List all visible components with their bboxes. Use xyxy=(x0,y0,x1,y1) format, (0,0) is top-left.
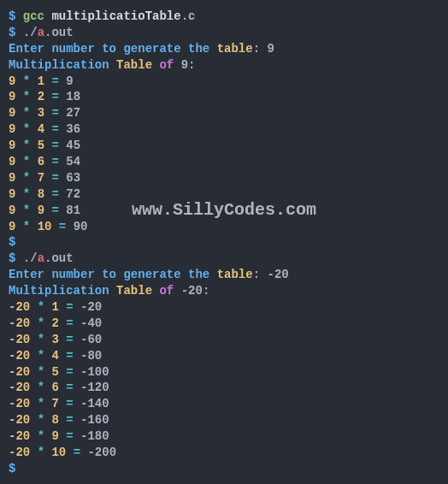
compile-line: $ gcc multiplicatioTable.c xyxy=(9,9,439,25)
run-line-1: $ ./a.out xyxy=(9,25,439,41)
table-row: -20 * 10 = -200 xyxy=(9,445,439,461)
result: -160 xyxy=(80,413,109,427)
operand-b: 5 xyxy=(51,365,58,379)
eq-op: = xyxy=(66,316,73,330)
result: 54 xyxy=(66,155,80,168)
operand-a: -20 xyxy=(9,316,30,330)
eq-op: = xyxy=(66,365,73,379)
table-row: -20 * 9 = -180 xyxy=(9,428,439,445)
eq-op: = xyxy=(59,220,66,233)
operand-b: 6 xyxy=(38,155,44,168)
eq-op: = xyxy=(66,381,73,394)
operand-b: 10 xyxy=(38,220,52,233)
result: 63 xyxy=(66,171,80,185)
input-value: -20 xyxy=(267,268,288,281)
operand-a: 9 xyxy=(9,171,15,185)
result: -180 xyxy=(80,429,109,443)
eq-op: = xyxy=(66,429,73,443)
table-row: -20 * 2 = -40 xyxy=(9,316,439,332)
operand-b: 1 xyxy=(38,74,44,88)
table-row: 9 * 10 = 90 xyxy=(9,219,439,235)
result: 90 xyxy=(74,220,88,233)
table-row: -20 * 7 = -140 xyxy=(9,396,439,412)
table-text: Table xyxy=(116,58,152,72)
operand-b: 2 xyxy=(51,316,58,330)
eq-op: = xyxy=(66,333,73,346)
colon: : xyxy=(253,268,260,281)
star-op: * xyxy=(38,429,44,443)
operand-b: 3 xyxy=(38,106,44,120)
prompt-symbol: $ xyxy=(9,26,15,39)
operand-a: -20 xyxy=(9,333,30,346)
table-row: 9 * 8 = 72 xyxy=(9,186,439,203)
eq-op: = xyxy=(51,106,58,120)
star-op: * xyxy=(38,333,44,346)
operand-a: -20 xyxy=(9,349,30,363)
star-op: * xyxy=(23,106,30,120)
result: -40 xyxy=(80,316,102,330)
table-row: 9 * 5 = 45 xyxy=(9,138,439,154)
dot-slash: ./ xyxy=(23,26,38,39)
prompt-symbol: $ xyxy=(9,235,15,249)
table-row: 9 * 7 = 63 xyxy=(9,170,439,186)
star-op: * xyxy=(23,187,30,201)
star-op: * xyxy=(23,171,30,185)
table-row: -20 * 4 = -80 xyxy=(9,348,439,364)
star-op: * xyxy=(38,446,44,459)
table-row: -20 * 6 = -120 xyxy=(9,380,439,396)
table-text: Table xyxy=(116,284,152,298)
a-out-out: .out xyxy=(44,251,74,265)
operand-a: -20 xyxy=(9,381,30,394)
result: 45 xyxy=(66,139,80,152)
colon: : xyxy=(203,284,209,298)
operand-a: 9 xyxy=(9,106,15,120)
eq-op: = xyxy=(51,204,58,217)
result: -20 xyxy=(80,300,102,314)
header-2: Multiplication Table of -20: xyxy=(9,283,439,299)
eq-op: = xyxy=(66,397,73,410)
mult-text: Multiplication xyxy=(9,58,109,72)
prompt-symbol: $ xyxy=(9,462,15,475)
operand-b: 10 xyxy=(51,446,66,459)
star-op: * xyxy=(23,139,30,152)
input-value: 9 xyxy=(267,42,274,56)
prompt-line: $ xyxy=(9,461,439,477)
table-row: -20 * 1 = -20 xyxy=(9,299,439,316)
operand-a: -20 xyxy=(9,300,30,314)
operand-b: 7 xyxy=(38,171,44,185)
n-value: 9 xyxy=(181,58,188,72)
operand-b: 3 xyxy=(51,333,58,346)
star-op: * xyxy=(23,220,30,233)
run-line-2: $ ./a.out xyxy=(9,251,439,267)
result: -60 xyxy=(80,333,102,346)
eq-op: = xyxy=(74,446,80,459)
enter-text: Enter number to generate the xyxy=(9,42,209,56)
result: -120 xyxy=(80,381,109,394)
mult-text: Multiplication xyxy=(9,284,109,298)
table-row: 9 * 1 = 9 xyxy=(9,74,439,90)
operand-a: 9 xyxy=(9,204,15,217)
result: 72 xyxy=(66,187,80,201)
header-1: Multiplication Table of 9: xyxy=(9,57,439,74)
enter-text: Enter number to generate the xyxy=(9,268,209,281)
result: 9 xyxy=(66,74,73,88)
a-out-a: a xyxy=(38,251,44,265)
eq-op: = xyxy=(51,187,58,201)
operand-b: 2 xyxy=(38,90,44,103)
operand-a: -20 xyxy=(9,365,30,379)
gcc-cmd: gcc xyxy=(23,9,44,23)
source-ext: .c xyxy=(181,9,196,23)
table-row: 9 * 6 = 54 xyxy=(9,154,439,170)
result: -100 xyxy=(80,365,109,379)
operand-b: 6 xyxy=(51,381,58,394)
table-row: 9 * 2 = 18 xyxy=(9,89,439,105)
table-row: 9 * 3 = 27 xyxy=(9,105,439,121)
eq-op: = xyxy=(51,155,58,168)
operand-a: 9 xyxy=(9,90,15,103)
star-op: * xyxy=(23,74,30,88)
eq-op: = xyxy=(51,90,58,103)
eq-op: = xyxy=(66,349,73,363)
result: 27 xyxy=(66,106,80,120)
table-text: table xyxy=(217,268,253,281)
eq-op: = xyxy=(51,139,58,152)
